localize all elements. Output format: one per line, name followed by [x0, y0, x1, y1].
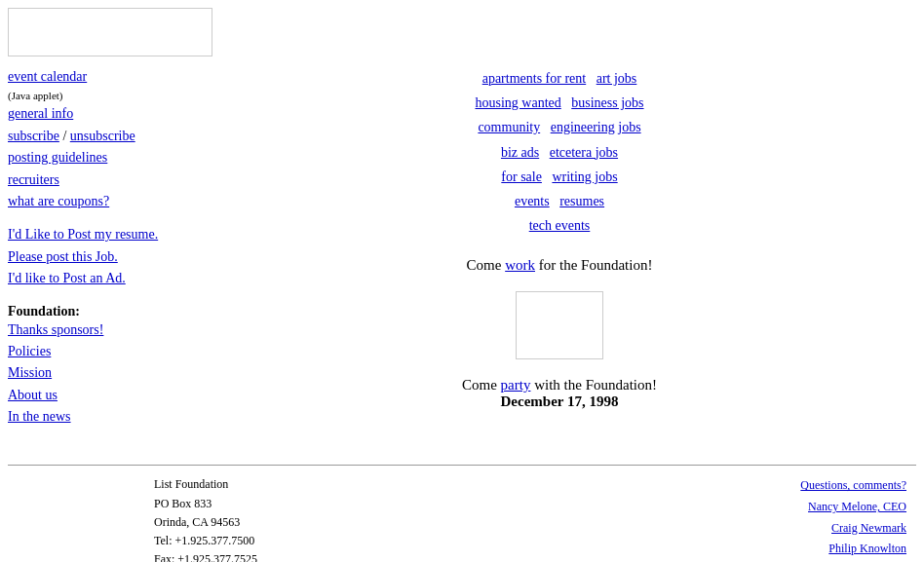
- art-jobs-link[interactable]: art jobs: [597, 71, 637, 86]
- housing-wanted-link[interactable]: housing wanted: [475, 95, 560, 110]
- slash-separator: /: [62, 129, 69, 143]
- for-sale-link[interactable]: for sale: [501, 169, 542, 184]
- link-row-5: for sale writing jobs: [203, 165, 916, 189]
- come-work-text-before: Come: [467, 257, 506, 273]
- footer-fax: Fax: +1.925.377.7525: [154, 550, 257, 562]
- general-info-link[interactable]: general info: [8, 103, 203, 125]
- right-content: apartments for rent art jobs housing wan…: [203, 66, 916, 435]
- page-wrapper: event calendar (Java applet) general inf…: [0, 0, 924, 562]
- event-calendar-link-wrapper: event calendar (Java applet): [8, 66, 203, 102]
- logo-image: [8, 8, 212, 56]
- event-calendar-link[interactable]: event calendar: [8, 66, 203, 88]
- footer-contact: Questions, comments? Nancy Melone, CEO C…: [800, 475, 906, 562]
- in-the-news-link[interactable]: In the news: [8, 406, 203, 428]
- craig-link[interactable]: Craig Newmark: [831, 521, 906, 535]
- recruiters-link[interactable]: recruiters: [8, 169, 203, 191]
- post-ad-link[interactable]: I'd like to Post an Ad.: [8, 268, 203, 289]
- java-applet-label: (Java applet): [8, 90, 63, 101]
- footer-tel: Tel: +1.925.377.7500: [154, 532, 257, 550]
- link-row-6: events resumes: [203, 189, 916, 213]
- link-row-4: biz ads etcetera jobs: [203, 140, 916, 165]
- mission-link[interactable]: Mission: [8, 362, 203, 384]
- writing-jobs-link[interactable]: writing jobs: [552, 169, 617, 184]
- philip-link[interactable]: Philip Knowlton: [828, 542, 906, 555]
- nav-group-foundation: Foundation: Thanks sponsors! Policies Mi…: [8, 304, 203, 429]
- foundation-party-image: [516, 291, 603, 359]
- unsubscribe-link[interactable]: unsubscribe: [70, 129, 135, 143]
- foundation-label: Foundation:: [8, 304, 203, 319]
- engineering-jobs-link[interactable]: engineering jobs: [551, 120, 641, 134]
- link-row-2: housing wanted business jobs: [203, 91, 916, 115]
- coupons-link[interactable]: what are coupons?: [8, 191, 203, 212]
- footer-org-name: List Foundation: [154, 475, 257, 494]
- come-party-section: Come party with the Foundation! December…: [203, 377, 916, 410]
- link-row-3: community engineering jobs: [203, 115, 916, 139]
- business-jobs-link[interactable]: business jobs: [571, 95, 643, 110]
- policies-link[interactable]: Policies: [8, 341, 203, 362]
- come-party-text-after: with the Foundation!: [530, 377, 657, 393]
- events-link[interactable]: events: [515, 194, 550, 208]
- questions-comments-link[interactable]: Questions, comments?: [800, 478, 906, 492]
- resumes-link[interactable]: resumes: [559, 194, 604, 208]
- apartments-rent-link[interactable]: apartments for rent: [482, 71, 587, 86]
- ceo-link[interactable]: Nancy Melone, CEO: [808, 500, 906, 513]
- thanks-sponsors-link[interactable]: Thanks sponsors!: [8, 319, 203, 341]
- work-link[interactable]: work: [505, 257, 535, 273]
- biz-ads-link[interactable]: biz ads: [501, 145, 539, 160]
- etcetera-jobs-link[interactable]: etcetera jobs: [550, 145, 618, 160]
- about-us-link[interactable]: About us: [8, 385, 203, 406]
- footer-city-state: Orinda, CA 94563: [154, 513, 257, 532]
- subscribe-group: subscribe / unsubscribe: [8, 129, 135, 143]
- party-link[interactable]: party: [501, 377, 531, 393]
- link-row-1: apartments for rent art jobs: [203, 66, 916, 91]
- tech-events-link[interactable]: tech events: [529, 218, 591, 233]
- category-links: apartments for rent art jobs housing wan…: [203, 66, 916, 238]
- nav-group-main: event calendar (Java applet) general inf…: [8, 66, 203, 212]
- come-work-section: Come work for the Foundation!: [203, 257, 916, 274]
- community-link[interactable]: community: [478, 120, 540, 134]
- subscribe-link[interactable]: subscribe: [8, 129, 59, 143]
- posting-guidelines-link[interactable]: posting guidelines: [8, 147, 203, 169]
- post-job-link[interactable]: Please post this Job.: [8, 246, 203, 268]
- main-content: event calendar (Java applet) general inf…: [8, 66, 916, 435]
- nav-group-post: I'd Like to Post my resume. Please post …: [8, 224, 203, 289]
- party-date: December 17, 1998: [203, 393, 916, 410]
- footer: List Foundation PO Box 833 Orinda, CA 94…: [8, 465, 916, 562]
- footer-po-box: PO Box 833: [154, 495, 257, 513]
- link-row-7: tech events: [203, 213, 916, 238]
- come-party-text-before: Come: [462, 377, 501, 393]
- left-nav: event calendar (Java applet) general inf…: [8, 66, 203, 435]
- footer-address: List Foundation PO Box 833 Orinda, CA 94…: [154, 475, 257, 562]
- come-work-text-after: for the Foundation!: [535, 257, 652, 273]
- post-resume-link[interactable]: I'd Like to Post my resume.: [8, 224, 203, 245]
